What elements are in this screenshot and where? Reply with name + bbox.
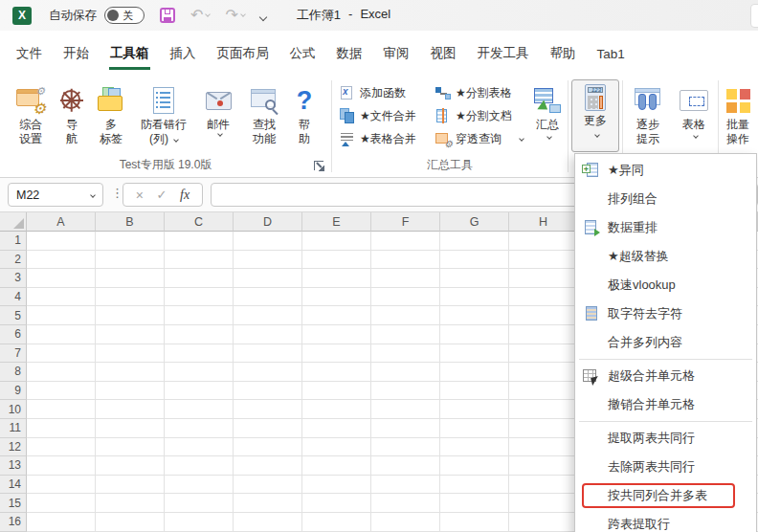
row-header[interactable]: 11 — [0, 419, 27, 438]
row-headers: 1 2 3 4 5 6 7 8 9 10 11 12 13 14 15 16 — [0, 232, 27, 532]
magnifier-window-icon — [251, 89, 278, 112]
row-header[interactable]: 2 — [0, 251, 27, 270]
dropdown-caret-icon — [173, 137, 179, 143]
row-header[interactable]: 3 — [0, 269, 27, 288]
find-function-button[interactable]: 查找 功能 — [241, 78, 287, 146]
menu-item-data-rearrange[interactable]: 数据重排 — [575, 213, 756, 242]
enter-icon[interactable]: ✓ — [157, 188, 167, 202]
dropdown-caret-icon — [594, 132, 600, 138]
menu-item-label: 跨表提取行 — [608, 516, 670, 532]
more-button[interactable]: 123 更多 — [571, 79, 619, 152]
tab-page-layout[interactable]: 页面布局 — [207, 31, 279, 77]
button-label: 设置 — [19, 132, 42, 146]
column-header[interactable]: A — [27, 212, 96, 232]
app-name: Excel — [360, 7, 390, 24]
button-label: 功能 — [253, 132, 276, 146]
add-function-button[interactable]: x 添加函数 — [340, 82, 406, 103]
tab-review[interactable]: 审阅 — [373, 31, 420, 77]
help-button[interactable]: ? 帮 助 — [287, 78, 322, 146]
column-header[interactable]: C — [165, 212, 234, 232]
column-header[interactable]: G — [440, 212, 509, 232]
menu-item-label: 排列组合 — [608, 190, 658, 208]
menu-item-diff[interactable]: + ★异同 — [575, 156, 756, 185]
row-header[interactable]: 4 — [0, 288, 27, 307]
highlight-box — [582, 483, 735, 508]
autosave-state: 关 — [123, 9, 133, 23]
prevent-misread-row-button[interactable]: 防看错行 (列) — [132, 78, 195, 146]
table-merge-button[interactable]: ★表格合并 — [340, 128, 416, 149]
row-header[interactable]: 7 — [0, 344, 27, 364]
menu-item-label: 去除两表共同行 — [608, 458, 695, 476]
step-hint-button[interactable]: 逐步 提示 — [627, 78, 669, 146]
column-header[interactable]: E — [302, 212, 371, 232]
name-box[interactable]: M22 — [8, 183, 103, 207]
dialog-launcher-icon[interactable] — [314, 161, 323, 170]
row-header[interactable]: 16 — [0, 513, 27, 532]
button-label: 综合 — [19, 118, 42, 132]
tab-help[interactable]: 帮助 — [540, 31, 587, 77]
summary-button[interactable]: 汇总 — [528, 78, 567, 139]
row-header[interactable]: 1 — [0, 232, 27, 251]
split-document-button[interactable]: ★分割文档 — [435, 105, 512, 126]
row-header[interactable]: 14 — [0, 476, 27, 495]
row-header[interactable]: 6 — [0, 325, 27, 344]
group-label-test-version: Test专用版 19.0版 — [0, 157, 331, 173]
menu-item-char-extract[interactable]: 取字符去字符 — [575, 299, 756, 328]
cancel-icon[interactable]: × — [136, 188, 144, 203]
menu-icon-placeholder — [582, 458, 599, 476]
button-label: 邮件 — [207, 118, 230, 132]
menu-item-super-merge-cells[interactable]: 超级合并单元格 — [575, 362, 756, 390]
row-header[interactable]: 12 — [0, 438, 27, 457]
split-table-button[interactable]: ★分割表格 — [435, 82, 512, 103]
menu-item-cross-table-extract[interactable]: 跨表提取行 — [575, 510, 756, 532]
select-all-corner[interactable] — [0, 212, 27, 232]
row-header[interactable]: 9 — [0, 382, 27, 401]
table-button[interactable]: 表格 — [673, 78, 715, 138]
row-header[interactable]: 15 — [0, 494, 27, 513]
tab-view[interactable]: 视图 — [420, 31, 467, 77]
tab-data[interactable]: 数据 — [326, 31, 373, 77]
menu-icon-placeholder — [582, 487, 599, 504]
menu-item-super-replace[interactable]: ★超级替换 — [575, 242, 756, 271]
undo-icon[interactable]: ↶ — [190, 8, 210, 23]
row-header[interactable]: 13 — [0, 456, 27, 476]
menu-item-merge-tables-by-common-column[interactable]: 按共同列合并多表 — [575, 481, 756, 510]
tab-tab1[interactable]: Tab1 — [587, 31, 635, 77]
menu-item-merge-columns[interactable]: 合并多列内容 — [575, 328, 756, 357]
redo-icon[interactable]: ↷ — [225, 8, 244, 23]
tab-insert[interactable]: 插入 — [160, 31, 207, 77]
batch-operation-button[interactable]: 批量 操作 — [719, 78, 757, 146]
tab-toolbox[interactable]: 工具箱 — [100, 31, 160, 77]
tab-home[interactable]: 开始 — [53, 31, 100, 77]
menu-item-label: 撤销合并单元格 — [608, 396, 695, 413]
char-extract-icon — [582, 305, 599, 322]
button-label: 防看错行 — [141, 118, 187, 132]
tab-file[interactable]: 文件 — [6, 31, 53, 77]
insert-function-icon[interactable]: fx — [180, 188, 190, 203]
menu-item-remove-common-rows[interactable]: 去除两表共同行 — [575, 453, 756, 481]
group-label-summary-tools: 汇总工具 — [332, 157, 568, 173]
navigation-button[interactable]: 导 航 — [54, 78, 90, 146]
column-header[interactable]: B — [96, 212, 165, 232]
tab-developer[interactable]: 开发工具 — [467, 31, 540, 77]
mail-button[interactable]: 邮件 — [195, 78, 241, 146]
file-merge-button[interactable]: ★文件合并 — [340, 105, 416, 126]
comprehensive-settings-button[interactable]: ⚙⚙ 综合 设置 — [8, 78, 54, 146]
column-header[interactable]: H — [509, 212, 578, 232]
autosave-toggle[interactable]: 关 — [104, 7, 145, 24]
quick-access-chevron-icon[interactable] — [260, 7, 266, 24]
column-header[interactable]: D — [234, 212, 302, 232]
multi-tab-button[interactable]: 多 标签 — [90, 78, 132, 146]
row-header[interactable]: 8 — [0, 363, 27, 382]
menu-item-unmerge-cells[interactable]: 撤销合并单元格 — [575, 390, 756, 419]
row-header[interactable]: 10 — [0, 400, 27, 419]
menu-item-permutation[interactable]: 排列组合 — [575, 185, 756, 213]
menu-item-extract-common-rows[interactable]: 提取两表共同行 — [575, 424, 756, 453]
save-icon[interactable] — [160, 8, 175, 23]
pierce-query-button[interactable]: ⚙ 穿透查询 — [435, 128, 524, 149]
menu-item-fast-vlookup[interactable]: 极速vlookup — [575, 271, 756, 299]
row-header[interactable]: 5 — [0, 306, 27, 325]
column-header[interactable]: F — [371, 212, 440, 232]
search-box-edge[interactable] — [750, 4, 758, 28]
tab-formulas[interactable]: 公式 — [279, 31, 326, 77]
